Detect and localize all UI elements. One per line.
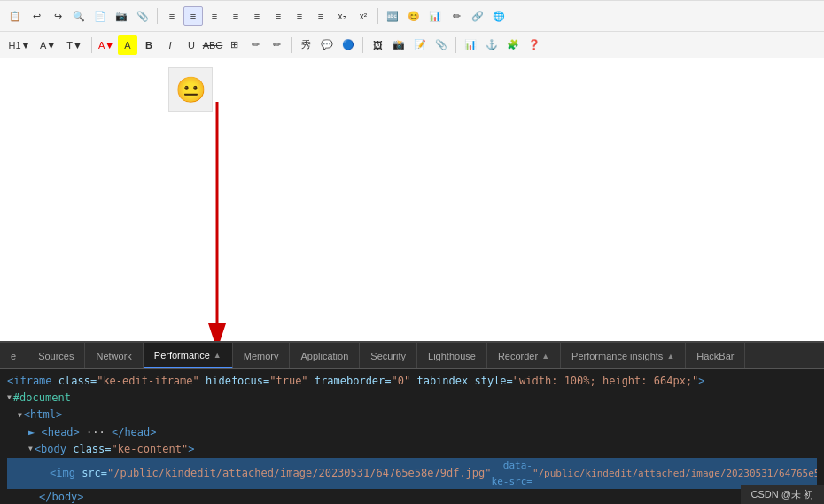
heading-btn[interactable]: H1▼	[5, 35, 34, 55]
font-family-btn[interactable]: A▼	[35, 35, 60, 55]
plugin-btn[interactable]: 🌐	[489, 6, 509, 26]
performance-tab-icon: ▲	[214, 351, 222, 360]
triangle-document: ▼	[7, 392, 12, 404]
tab-recorder[interactable]: Recorder ▲	[487, 343, 561, 368]
tab-elements[interactable]: e	[0, 343, 27, 368]
tab-security[interactable]: Security	[360, 343, 417, 368]
triangle-html: ▼	[18, 410, 22, 422]
editor-image: 😐	[168, 67, 213, 112]
editor-content: 😐	[151, 58, 824, 341]
tab-performance-label: Performance	[154, 350, 210, 361]
redo-btn[interactable]: ↪	[48, 6, 67, 26]
sep5	[362, 37, 363, 53]
tab-network-label: Network	[96, 351, 131, 361]
font-color-btn[interactable]: A▼	[97, 35, 116, 55]
image-btn[interactable]: 📷	[112, 6, 131, 26]
link-btn[interactable]: 🔗	[468, 6, 487, 26]
italic-btn[interactable]: I	[160, 35, 180, 55]
code-line-head: ► <head> ··· </head>	[7, 424, 817, 441]
red-arrow-indicator	[208, 93, 226, 341]
toolbar-row2: H1▼ A▼ T▼ A▼ A B I U ABC ⊞ ✏ ✏ 秀 💬 🔵 🖼 📸…	[0, 32, 824, 58]
table-btn[interactable]: 📊	[425, 6, 445, 26]
tab-memory[interactable]: Memory	[233, 343, 291, 368]
special-btn3[interactable]: 🔵	[338, 35, 358, 55]
code-line-img: <img src="/public/kindedit/attached/imag…	[7, 458, 817, 489]
emoticon-btn[interactable]: 😊	[404, 6, 424, 26]
tab-hackbar-label: HackBar	[696, 351, 734, 361]
tab-sources[interactable]: Sources	[27, 343, 85, 368]
list-ul-btn[interactable]: ≡	[268, 6, 288, 26]
tab-application[interactable]: Application	[290, 343, 360, 368]
devtools-panel: e Sources Network Performance ▲ Memory A…	[0, 341, 824, 504]
plugin2-btn[interactable]: 🧩	[503, 35, 523, 55]
erase-btn[interactable]: ✏	[245, 35, 265, 55]
underline-btn[interactable]: U	[182, 35, 201, 55]
status-bar: CSDN @未 初	[741, 485, 824, 504]
screenshot-btn[interactable]: 📸	[389, 35, 408, 55]
code-line-html: ▼ <html>	[7, 407, 817, 423]
devtools-tabs: e Sources Network Performance ▲ Memory A…	[0, 343, 824, 369]
align-left-btn[interactable]: ≡	[162, 6, 182, 26]
sep6	[455, 37, 456, 53]
sep2	[377, 8, 378, 24]
subscript-btn[interactable]: x₂	[332, 6, 352, 26]
code-line-close-body: </body>	[7, 489, 817, 504]
tab-memory-label: Memory	[244, 351, 279, 361]
strikethrough-btn[interactable]: ABC	[203, 35, 222, 55]
table3-btn[interactable]: 📊	[461, 35, 480, 55]
sep1	[157, 8, 158, 24]
edit-btn[interactable]: ✏	[447, 6, 466, 26]
undo-btn[interactable]: ↩	[27, 6, 46, 26]
perf-insights-icon: ▲	[666, 352, 674, 361]
sep3	[91, 37, 92, 53]
tab-network[interactable]: Network	[85, 343, 143, 368]
brush-btn[interactable]: ✏	[267, 35, 286, 55]
font-size-btn[interactable]: T▼	[62, 35, 87, 55]
align-right-btn[interactable]: ≡	[205, 6, 224, 26]
code-line-document: ▼ #document	[7, 390, 817, 407]
code-line-iframe: <iframe class="ke-edit-iframe" hidefocus…	[7, 373, 817, 390]
bg-color-btn[interactable]: A	[118, 35, 137, 55]
align-center-btn[interactable]: ≡	[183, 6, 203, 26]
tab-performance-insights[interactable]: Performance insights ▲	[561, 343, 686, 368]
copy-btn[interactable]: 📋	[5, 6, 25, 26]
file-btn[interactable]: 📎	[431, 35, 451, 55]
triangle-body: ▼	[28, 444, 33, 455]
bold-btn[interactable]: B	[139, 35, 159, 55]
tab-sources-label: Sources	[38, 351, 74, 361]
indent-btn[interactable]: ≡	[290, 6, 309, 26]
table2-btn[interactable]: ⊞	[224, 35, 244, 55]
list-ol-btn[interactable]: ≡	[247, 6, 267, 26]
anchor-btn[interactable]: ⚓	[482, 35, 501, 55]
tab-performance-insights-label: Performance insights	[571, 351, 663, 361]
tab-lighthouse-label: Lighthouse	[428, 351, 476, 361]
special-btn1[interactable]: 秀	[296, 35, 315, 55]
special-btn2[interactable]: 💬	[317, 35, 337, 55]
superscript-btn[interactable]: x²	[354, 6, 373, 26]
svg-marker-1	[208, 323, 226, 341]
tab-security-label: Security	[370, 351, 406, 361]
tab-recorder-label: Recorder	[498, 351, 538, 361]
media-btn[interactable]: 📝	[410, 35, 430, 55]
tab-application-label: Application	[300, 351, 348, 361]
code-line-body: ▼ <body class="ke-content" >	[7, 441, 817, 458]
tab-hackbar[interactable]: HackBar	[686, 343, 745, 368]
img2-btn[interactable]: 🖼	[368, 35, 387, 55]
outdent-btn[interactable]: ≡	[311, 6, 330, 26]
print-btn[interactable]: 🔍	[69, 6, 89, 26]
tab-performance[interactable]: Performance ▲	[144, 343, 233, 368]
status-text: CSDN @未 初	[751, 488, 813, 501]
sep4	[291, 37, 292, 53]
spellcheck-btn[interactable]: 🔤	[383, 6, 402, 26]
help-btn[interactable]: ❓	[525, 35, 544, 55]
devtools-code-view: <iframe class="ke-edit-iframe" hidefocus…	[0, 369, 824, 504]
justify-btn[interactable]: ≡	[226, 6, 245, 26]
toolbar-row1: 📋 ↩ ↪ 🔍 📄 📷 📎 ≡ ≡ ≡ ≡ ≡ ≡ ≡ ≡ x₂ x² 🔤 😊 …	[0, 0, 824, 32]
tab-lighthouse[interactable]: Lighthouse	[417, 343, 487, 368]
recorder-tab-icon: ▲	[541, 352, 549, 361]
page-btn[interactable]: 📄	[90, 6, 110, 26]
attach-btn[interactable]: 📎	[133, 6, 152, 26]
